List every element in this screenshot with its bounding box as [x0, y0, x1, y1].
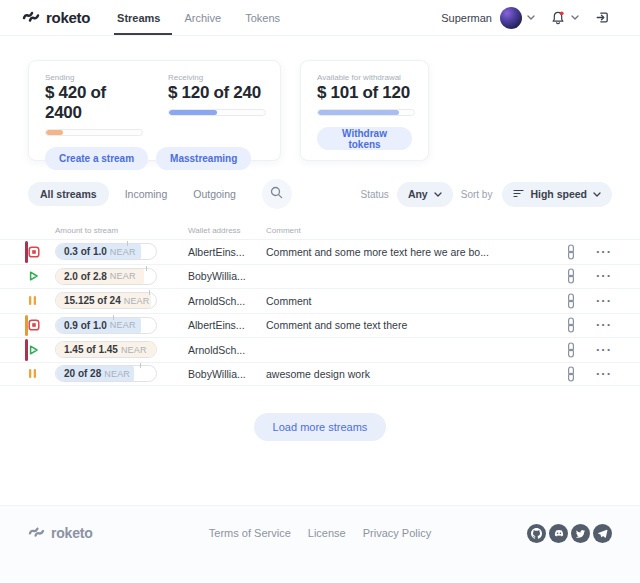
sending-label: Sending — [45, 73, 143, 82]
table-row[interactable]: 2.0 of 2.8 NEAR BobyWillia... ··· — [0, 264, 640, 289]
row-accent-bar — [25, 339, 28, 361]
nav-tab-archive[interactable]: Archive — [184, 0, 221, 35]
row-menu-button[interactable]: ··· — [586, 247, 612, 257]
status-icon — [28, 246, 55, 258]
receiving-value: $ 120 of 240 — [168, 83, 266, 103]
create-stream-button[interactable]: Create a stream — [45, 147, 148, 170]
wallet-address: BobyWillia... — [188, 368, 266, 380]
telegram-icon[interactable] — [593, 524, 612, 543]
user-avatar[interactable] — [500, 7, 522, 29]
withdrawal-progress-fill — [318, 110, 399, 115]
license-link[interactable]: License — [308, 527, 346, 539]
app-logo[interactable]: roketo — [22, 8, 90, 27]
privacy-policy-link[interactable]: Privacy Policy — [363, 527, 431, 539]
app-page: roketo Streams Archive Tokens Superman — [0, 0, 640, 583]
stream-progress-pill: 0.3 of 1.0 NEAR — [55, 243, 157, 260]
search-button[interactable] — [262, 179, 292, 209]
table-row[interactable]: 1.45 of 1.45 NEAR ArnoldSch... ··· — [0, 337, 640, 362]
footer-logo[interactable]: roketo — [28, 524, 93, 542]
stream-comment: Comment and some text there — [266, 319, 556, 331]
stream-link-icon[interactable] — [556, 293, 586, 309]
table-body: 0.3 of 1.0 NEAR AlbertEins... Comment an… — [0, 239, 640, 386]
footer: roketo Terms of Service License Privacy … — [0, 505, 640, 583]
roketo-swoosh-icon — [22, 8, 40, 27]
notification-dot — [560, 11, 564, 15]
stream-token: NEAR — [124, 296, 150, 306]
withdrawal-value: $ 101 of 120 — [317, 83, 412, 103]
username-label: Superman — [441, 12, 492, 24]
stream-token: NEAR — [104, 369, 130, 379]
withdrawal-progress-bar — [317, 109, 415, 116]
nav-tab-tokens[interactable]: Tokens — [245, 0, 280, 35]
streams-summary-card: Sending $ 420 of 2400 Receiving $ 120 of… — [28, 60, 281, 161]
stream-amount: 0.9 of 1.0 — [64, 320, 107, 331]
withdrawal-stat: Available for withdrawal $ 101 of 120 — [317, 73, 412, 116]
summary-cards: Sending $ 420 of 2400 Receiving $ 120 of… — [0, 36, 640, 161]
masstreaming-button[interactable]: Masstreaming — [156, 147, 251, 170]
sort-select-value: High speed — [530, 188, 587, 200]
stream-progress-pill: 15.125 of 24 NEAR — [55, 292, 157, 309]
notifications-bell-icon[interactable] — [550, 10, 566, 26]
withdrawal-card: Available for withdrawal $ 101 of 120 Wi… — [300, 60, 429, 161]
sending-progress-bar — [45, 129, 143, 136]
wallet-address: BobyWillia... — [188, 270, 266, 282]
stream-amount: 1.45 of 1.45 — [64, 344, 118, 355]
discord-icon[interactable] — [549, 524, 568, 543]
wallet-address: ArnoldSch... — [188, 344, 266, 356]
footer-roketo-swoosh-icon — [28, 524, 45, 542]
pill-tick — [140, 363, 141, 368]
footer-links: Terms of Service License Privacy Policy — [209, 527, 431, 539]
top-bar: roketo Streams Archive Tokens Superman — [0, 0, 640, 36]
stream-link-icon[interactable] — [556, 317, 586, 333]
tab-outgoing[interactable]: Outgoing — [183, 182, 246, 206]
wallet-address: ArnoldSch... — [188, 295, 266, 307]
load-more-button[interactable]: Load more streams — [254, 413, 387, 441]
stream-token: NEAR — [110, 320, 136, 330]
stream-progress-pill: 0.9 of 1.0 NEAR — [55, 317, 157, 334]
col-header-wallet: Wallet address — [188, 226, 266, 235]
sort-chevron-down-icon — [593, 192, 601, 197]
stream-link-icon[interactable] — [556, 244, 586, 260]
status-icon — [28, 295, 55, 306]
account-chevron-down-icon[interactable] — [527, 15, 535, 20]
footer-logo-text: roketo — [51, 525, 93, 541]
stream-comment: awesome design work — [266, 368, 556, 380]
status-select-value: Any — [408, 188, 428, 200]
col-header-comment: Comment — [266, 226, 556, 235]
twitter-icon[interactable] — [571, 524, 590, 543]
row-menu-button[interactable]: ··· — [586, 271, 612, 281]
table-header: Amount to stream Wallet address Comment — [0, 224, 640, 239]
table-row[interactable]: 0.9 of 1.0 NEAR AlbertEins... Comment an… — [0, 313, 640, 338]
row-menu-button[interactable]: ··· — [586, 369, 612, 379]
logo-text: roketo — [46, 9, 90, 26]
tab-all-streams[interactable]: All streams — [28, 182, 109, 206]
tab-incoming[interactable]: Incoming — [115, 182, 178, 206]
row-menu-button[interactable]: ··· — [586, 320, 612, 330]
terms-of-service-link[interactable]: Terms of Service — [209, 527, 291, 539]
sort-select[interactable]: High speed — [502, 182, 612, 207]
wallet-address: AlbertEins... — [188, 319, 266, 331]
sort-by-label: Sort by — [461, 189, 493, 200]
nav-tab-streams[interactable]: Streams — [117, 0, 160, 35]
stream-link-icon[interactable] — [556, 268, 586, 284]
main-nav: Streams Archive Tokens — [117, 0, 280, 35]
github-icon[interactable] — [527, 524, 546, 543]
stream-progress-pill: 20 of 28 NEAR — [55, 365, 157, 382]
row-accent-bar — [25, 315, 28, 337]
table-row[interactable]: 15.125 of 24 NEAR ArnoldSch... Comment ·… — [0, 288, 640, 313]
stream-link-icon[interactable] — [556, 342, 586, 358]
row-accent-bar — [25, 290, 28, 312]
row-accent-bar — [25, 364, 28, 385]
row-menu-button[interactable]: ··· — [586, 296, 612, 306]
notifications-chevron-down-icon[interactable] — [571, 15, 579, 20]
row-menu-button[interactable]: ··· — [586, 345, 612, 355]
status-select[interactable]: Any — [397, 182, 453, 207]
stream-amount: 0.3 of 1.0 — [64, 246, 107, 257]
play-icon — [28, 344, 39, 356]
table-row[interactable]: 0.3 of 1.0 NEAR AlbertEins... Comment an… — [0, 239, 640, 264]
withdrawal-label: Available for withdrawal — [317, 73, 412, 82]
stream-link-icon[interactable] — [556, 366, 586, 382]
withdraw-tokens-button[interactable]: Withdraw tokens — [317, 127, 412, 150]
table-row[interactable]: 20 of 28 NEAR BobyWillia... awesome desi… — [0, 362, 640, 387]
sign-out-icon[interactable] — [595, 10, 610, 25]
